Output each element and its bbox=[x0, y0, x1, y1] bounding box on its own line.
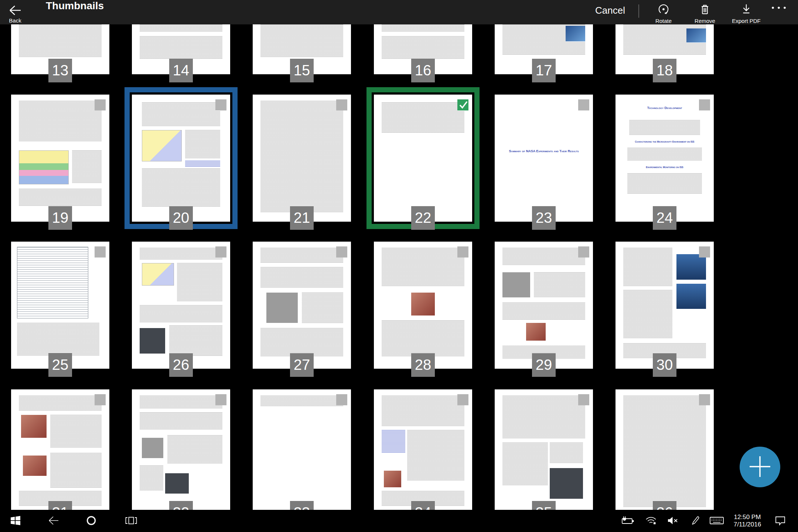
rotate-icon bbox=[657, 2, 671, 17]
page-number-badge: 13 bbox=[48, 59, 72, 82]
text-lines bbox=[140, 396, 222, 408]
page-thumbnail[interactable]: 30 bbox=[608, 234, 721, 376]
remove-button[interactable]: Remove bbox=[684, 0, 726, 24]
photo-thumbnail bbox=[23, 456, 47, 476]
page-thumbnail[interactable]: 31 bbox=[4, 382, 117, 510]
pen-tray-button[interactable] bbox=[684, 510, 706, 532]
taskbar-clock[interactable]: 12:50 PM 7/11/2016 bbox=[727, 510, 768, 532]
page-number-badge: 17 bbox=[532, 59, 556, 82]
selection-checkbox[interactable] bbox=[95, 246, 106, 258]
text-lines bbox=[382, 24, 464, 32]
page-thumbnail[interactable]: Technology DevelopmentCharacterizing the… bbox=[608, 87, 721, 229]
page-preview bbox=[132, 95, 230, 222]
selection-checkbox[interactable] bbox=[336, 246, 347, 258]
back-icon bbox=[48, 515, 59, 527]
selection-checkbox[interactable] bbox=[578, 394, 589, 405]
text-lines bbox=[260, 24, 343, 58]
cancel-button[interactable]: Cancel bbox=[593, 4, 627, 17]
chart-thumbnail bbox=[142, 130, 182, 161]
selection-checkbox[interactable] bbox=[95, 99, 106, 110]
page-preview bbox=[374, 95, 472, 222]
page-thumbnail[interactable]: 32 bbox=[125, 382, 238, 510]
selection-checkbox[interactable] bbox=[699, 246, 710, 258]
more-button[interactable] bbox=[768, 5, 790, 12]
selection-checkbox[interactable] bbox=[578, 99, 589, 110]
page-thumbnail[interactable]: 19 bbox=[4, 87, 117, 229]
page-thumbnail[interactable]: 36 bbox=[608, 382, 721, 510]
add-page-fab[interactable] bbox=[740, 447, 780, 487]
text-lines bbox=[302, 293, 343, 323]
photo-thumbnail bbox=[411, 293, 435, 316]
photo-thumbnail bbox=[676, 284, 706, 309]
photo-thumbnail bbox=[550, 468, 583, 499]
page-thumbnail[interactable]: 25 bbox=[4, 234, 117, 376]
export-pdf-button[interactable]: Export PDF bbox=[726, 0, 767, 24]
taskbar-back-button[interactable] bbox=[42, 510, 65, 532]
wifi-icon bbox=[645, 516, 657, 526]
task-view-button[interactable] bbox=[120, 510, 142, 532]
page-thumbnail[interactable]: 33 bbox=[245, 382, 358, 510]
rotate-button[interactable]: Rotate bbox=[643, 0, 684, 24]
page-thumbnail[interactable]: 21 bbox=[245, 87, 358, 229]
page-number-badge: 29 bbox=[532, 353, 556, 377]
battery-tray-button[interactable] bbox=[617, 510, 639, 532]
selection-checkbox[interactable] bbox=[699, 394, 710, 405]
page-heading-text: Technology Development bbox=[620, 106, 709, 110]
text-lines bbox=[382, 102, 464, 133]
volume-tray-button[interactable] bbox=[662, 510, 684, 532]
page-subheading-text: Characterizing the Microgravity Environm… bbox=[623, 140, 706, 143]
page-number-badge: 34 bbox=[411, 501, 435, 510]
selection-checkbox[interactable] bbox=[457, 246, 468, 258]
selection-checkbox[interactable] bbox=[215, 394, 226, 405]
selection-checkbox[interactable] bbox=[336, 99, 347, 110]
selection-checkbox[interactable] bbox=[95, 394, 106, 405]
selection-checkbox[interactable] bbox=[215, 246, 226, 258]
page-thumbnail[interactable]: 29 bbox=[487, 234, 600, 376]
selection-checkbox[interactable] bbox=[578, 246, 589, 258]
page-thumbnail[interactable]: 17 bbox=[487, 24, 600, 82]
wifi-tray-button[interactable] bbox=[640, 510, 662, 532]
text-lines bbox=[382, 248, 464, 286]
text-lines bbox=[550, 443, 583, 463]
selection-checkbox[interactable] bbox=[457, 394, 468, 405]
text-lines bbox=[140, 24, 222, 32]
page-thumbnail[interactable]: 27 bbox=[245, 234, 358, 376]
text-lines bbox=[502, 303, 585, 320]
page-thumbnail[interactable]: 13 bbox=[4, 24, 117, 82]
page-thumbnail[interactable]: 14 bbox=[125, 24, 238, 82]
action-center-button[interactable] bbox=[769, 510, 791, 532]
cortana-button[interactable] bbox=[80, 510, 102, 532]
page-number-badge: 36 bbox=[653, 501, 676, 510]
start-button[interactable] bbox=[4, 510, 27, 532]
selection-checkbox[interactable] bbox=[457, 99, 468, 110]
page-number-badge: 25 bbox=[48, 353, 72, 377]
photo-thumbnail bbox=[526, 323, 546, 341]
page-thumbnail[interactable]: 26 bbox=[125, 234, 238, 376]
text-lines bbox=[629, 120, 700, 135]
page-thumbnail[interactable]: 35 bbox=[487, 382, 600, 510]
toolbar-divider bbox=[638, 4, 639, 18]
page-thumbnail[interactable]: Summary of NASA Experiments and Their Re… bbox=[487, 87, 600, 229]
text-lines bbox=[140, 412, 222, 430]
text-lines bbox=[140, 36, 222, 59]
page-thumbnail[interactable]: 18 bbox=[608, 24, 721, 82]
page-thumbnail[interactable]: 16 bbox=[366, 24, 480, 82]
page-thumbnail[interactable]: 34 bbox=[366, 382, 480, 510]
text-lines bbox=[185, 130, 221, 158]
clock-date: 7/11/2016 bbox=[734, 521, 761, 528]
page-thumbnail[interactable]: 15 bbox=[245, 24, 358, 82]
selection-checkbox[interactable] bbox=[215, 99, 226, 110]
photo-thumbnail bbox=[266, 293, 298, 323]
text-lines bbox=[167, 435, 222, 463]
page-thumbnail[interactable]: 22 bbox=[366, 87, 480, 229]
page-thumbnail[interactable]: 20 bbox=[125, 87, 238, 229]
text-lines bbox=[260, 248, 343, 263]
back-button[interactable]: Back bbox=[0, 0, 28, 24]
selection-checkbox[interactable] bbox=[699, 99, 710, 110]
keyboard-tray-button[interactable] bbox=[706, 510, 728, 532]
selection-checkbox[interactable] bbox=[336, 394, 347, 405]
page-number-badge: 23 bbox=[532, 206, 556, 230]
text-lines bbox=[50, 415, 101, 448]
page-number-badge: 30 bbox=[653, 353, 676, 377]
page-thumbnail[interactable]: 28 bbox=[366, 234, 480, 376]
